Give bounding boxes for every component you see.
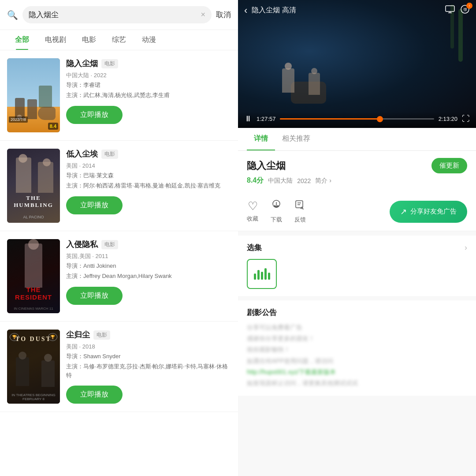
video-back-button[interactable]: ‹: [244, 5, 247, 16]
cancel-button[interactable]: 取消: [216, 10, 231, 20]
video-player: ‹ 隐入尘烟 高清 弹 !: [238, 0, 476, 128]
search-input-area[interactable]: 隐入烟尘 ×: [22, 6, 212, 23]
movie-title-row: 低入尘埃 电影: [66, 149, 231, 159]
movie-meta: 美国 · 2018: [66, 343, 231, 351]
search-clear-button[interactable]: ×: [201, 10, 205, 19]
play-button-4[interactable]: 立即播放: [66, 386, 123, 404]
video-title: 隐入尘烟 高清: [252, 6, 445, 15]
feedback-icon: [294, 199, 306, 214]
movie-title-row: 入侵隐私 电影: [66, 239, 231, 250]
share-icon: ↗: [400, 207, 407, 217]
poster-date: 2022/7/8: [9, 116, 28, 123]
episodes-header: 选集 ›: [247, 243, 467, 253]
play-button-1[interactable]: 立即播放: [66, 106, 123, 124]
video-progress-thumb[interactable]: [377, 116, 383, 122]
cast-icon[interactable]: [445, 5, 455, 15]
poster-rating: 8.4: [48, 123, 58, 130]
svg-rect-0: [446, 6, 454, 11]
pause-button[interactable]: ⏸: [244, 114, 252, 124]
feedback-label: 反馈: [294, 216, 306, 224]
tab-variety[interactable]: 综艺: [104, 30, 134, 50]
collect-button[interactable]: ♡ 收藏: [247, 199, 258, 224]
movie-detail: 隐入尘烟 催更新 8.4分 中国大陆 2022 简介 ›: [238, 151, 476, 192]
collect-label: 收藏: [247, 215, 258, 223]
tab-movie[interactable]: 电影: [74, 30, 104, 50]
right-panel: ‹ 隐入尘烟 高清 弹 !: [238, 0, 476, 476]
episode-bars: [254, 268, 270, 280]
description-link[interactable]: http://hupo001.xyz/下载最新版本: [247, 367, 467, 378]
episodes-title: 选集: [247, 243, 262, 253]
description-section: 剧影公告 分享可以免费看广告 感谢你分享更多的朋友！ 祝你观影愉快！ 如遇任何A…: [238, 300, 476, 396]
video-time-current: 1:27:57: [257, 116, 275, 122]
feedback-button[interactable]: 反馈: [294, 199, 306, 224]
movie-info-1: 隐入尘烟 电影 中国大陆 · 2022 导演：李睿珺 主演：武仁林,海清,杨光锐…: [66, 58, 231, 124]
movie-type-badge: 电影: [101, 150, 118, 159]
description-title: 剧影公告: [247, 307, 467, 318]
movie-title-row: 隐入尘烟 电影: [66, 58, 231, 69]
play-button-2[interactable]: 立即播放: [66, 196, 123, 214]
movie-title: 尘归尘: [66, 330, 90, 340]
detail-movie-title: 隐入尘烟: [247, 159, 286, 172]
detail-year: 2022: [297, 177, 311, 184]
fullscreen-button[interactable]: ⛶: [462, 114, 470, 124]
movie-actors: 主演：马修·布罗德里克,莎拉·杰斯·帕尔,娜塔莉·卡特,马塞林·休格特: [66, 362, 231, 379]
detail-title-row: 隐入尘烟 催更新: [247, 158, 467, 173]
action-icons: ♡ 收藏 下载: [247, 199, 306, 224]
tab-detail[interactable]: 详情: [247, 128, 275, 150]
movie-director: 导演：Shawn Snyder: [66, 352, 231, 360]
speed-icon[interactable]: 弹 !: [460, 4, 470, 16]
video-icons: 弹 !: [445, 4, 470, 16]
episode-bar: [254, 274, 256, 280]
download-icon: [271, 199, 282, 214]
download-label: 下载: [271, 216, 282, 224]
play-button-3[interactable]: 立即播放: [66, 287, 123, 305]
movie-type-badge: 电影: [93, 330, 110, 340]
search-query-text: 隐入烟尘: [29, 10, 198, 20]
list-item: 🏆 🏆 TO DUST IN THEATRES BEGINNING FEBRUA…: [0, 322, 238, 412]
movie-type-badge: 电影: [101, 59, 118, 68]
update-button[interactable]: 催更新: [431, 158, 467, 173]
movie-poster-4[interactable]: 🏆 🏆 TO DUST IN THEATRES BEGINNING FEBRUA…: [7, 330, 60, 404]
movie-type-badge: 电影: [101, 240, 118, 249]
speed-badge: !: [466, 3, 472, 9]
movie-title: 入侵隐私: [66, 239, 98, 250]
video-time-total: 2:13:20: [439, 116, 457, 122]
episodes-arrow[interactable]: ›: [465, 243, 467, 252]
left-panel: 🔍 隐入烟尘 × 取消 全部 电视剧 电影 综艺 动漫: [0, 0, 238, 476]
share-ad-label: 分享好友免广告: [410, 207, 457, 216]
episodes-section: 选集 ›: [238, 236, 476, 296]
movie-meta: 中国大陆 · 2022: [66, 71, 231, 79]
movie-director: 导演：巴瑞·莱文森: [66, 172, 231, 180]
filter-tabs: 全部 电视剧 电影 综艺 动漫: [0, 30, 238, 50]
episode-bar: [257, 270, 260, 280]
movie-poster-2[interactable]: THE HUMBLING AL PACINO: [7, 149, 60, 223]
results-list: 2022/7/8 8.4 隐入尘烟 电影 中国大陆 · 2022 导演：李睿珺 …: [0, 50, 238, 476]
episode-bar: [261, 272, 263, 280]
detail-score: 8.4分: [247, 176, 264, 185]
tab-all[interactable]: 全部: [7, 30, 37, 50]
detail-country: 中国大陆: [268, 177, 293, 185]
share-ad-button[interactable]: ↗ 分享好友免广告: [390, 201, 467, 223]
video-progress-fill: [280, 118, 380, 120]
description-text: 分享可以免费看广告 感谢你分享更多的朋友！ 祝你观影愉快！ 如遇任何APP使用问…: [247, 322, 467, 389]
movie-title: 低入尘埃: [66, 149, 98, 159]
tab-related[interactable]: 相关推荐: [275, 128, 317, 150]
detail-intro-link[interactable]: 简介 ›: [315, 177, 331, 185]
episode-bar: [264, 268, 267, 280]
episode-bar: [268, 273, 270, 280]
svg-text:弹: 弹: [463, 7, 467, 12]
movie-info-2: 低入尘埃 电影 美国 · 2014 导演：巴瑞·莱文森 主演：阿尔·帕西诺,格雷…: [66, 149, 231, 214]
movie-actors: 主演：阿尔·帕西诺,格雷塔·葛韦格,曼迪·帕廷金,凯拉·塞吉维克: [66, 181, 231, 190]
episode-item-1[interactable]: [247, 259, 277, 289]
list-item: THE RESIDENT IN CINEMAS MARCH 11 入侵隐私 电影…: [0, 231, 238, 322]
heart-icon: ♡: [248, 199, 258, 213]
tab-anime[interactable]: 动漫: [134, 30, 164, 50]
video-progress-track[interactable]: [280, 118, 434, 120]
list-item: 2022/7/8 8.4 隐入尘烟 电影 中国大陆 · 2022 导演：李睿珺 …: [0, 50, 238, 141]
movie-actors: 主演：武仁林,海清,杨光锐,武赟志,李生甫: [66, 91, 231, 100]
movie-poster-3[interactable]: THE RESIDENT IN CINEMAS MARCH 11: [7, 239, 60, 313]
download-button[interactable]: 下载: [271, 199, 282, 224]
search-bar: 🔍 隐入烟尘 × 取消: [0, 0, 238, 30]
movie-poster-1[interactable]: 2022/7/8 8.4: [7, 58, 60, 132]
tab-tv[interactable]: 电视剧: [37, 30, 74, 50]
